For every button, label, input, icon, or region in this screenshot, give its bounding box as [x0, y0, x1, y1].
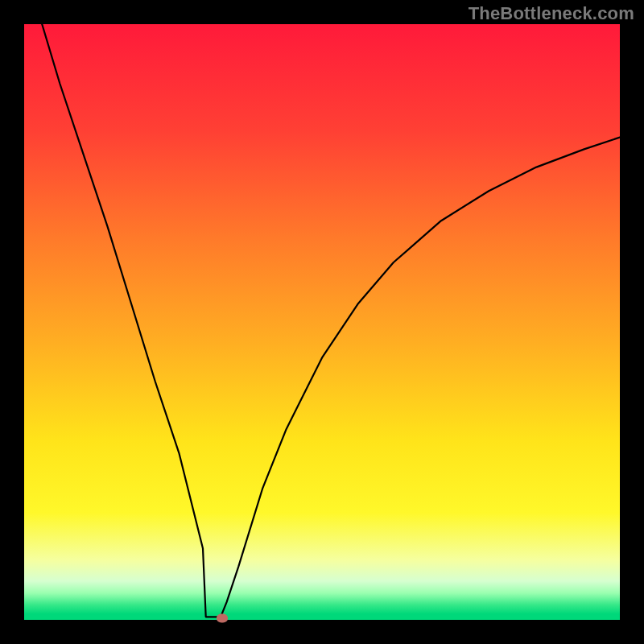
chart-frame: TheBottleneck.com [0, 0, 644, 644]
optimal-point-marker [217, 614, 228, 623]
bottleneck-curve [24, 24, 620, 620]
watermark-text: TheBottleneck.com [469, 3, 634, 24]
plot-area [24, 24, 620, 620]
